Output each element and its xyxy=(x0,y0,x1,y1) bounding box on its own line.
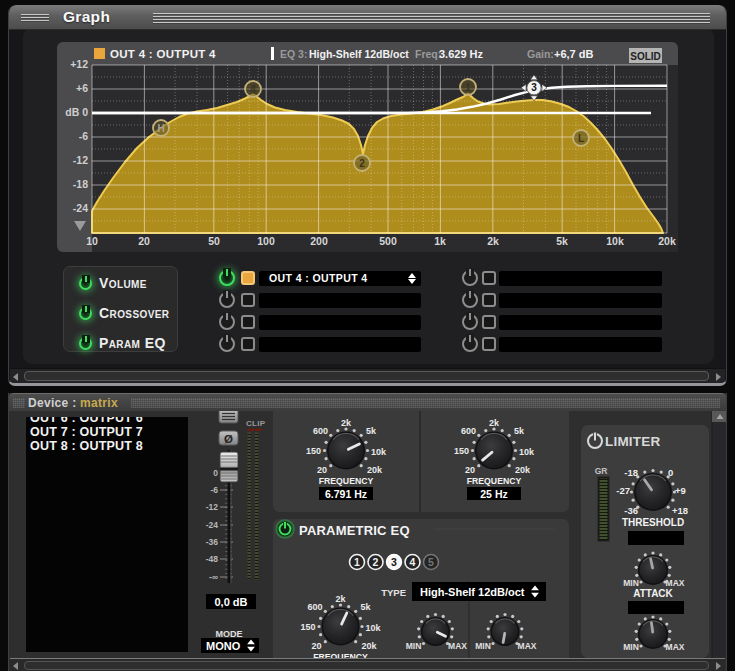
svg-text:2: 2 xyxy=(359,158,365,169)
svg-text:1k: 1k xyxy=(434,235,446,247)
svg-text:CLIP: CLIP xyxy=(246,419,266,428)
svg-text:ATTACK: ATTACK xyxy=(633,588,673,599)
svg-text:High-Shelf 12dB/oct: High-Shelf 12dB/oct xyxy=(420,586,525,598)
svg-text:Freq:: Freq: xyxy=(415,48,441,60)
svg-text:OUT 7 : OUTPUT 7: OUT 7 : OUTPUT 7 xyxy=(30,425,143,439)
svg-text:-18: -18 xyxy=(624,467,638,478)
svg-text:FREQUENCY: FREQUENCY xyxy=(319,476,374,486)
svg-text:20k: 20k xyxy=(658,235,676,247)
svg-text:3: 3 xyxy=(391,556,397,568)
svg-text:-6: -6 xyxy=(79,130,88,142)
svg-text:2: 2 xyxy=(373,556,379,568)
svg-text:dB 0: dB 0 xyxy=(65,106,88,118)
svg-text:2k: 2k xyxy=(489,418,500,428)
svg-text:+9: +9 xyxy=(675,485,686,496)
svg-text:500: 500 xyxy=(379,235,397,247)
svg-text:20k: 20k xyxy=(515,465,531,475)
svg-text:600: 600 xyxy=(307,602,322,612)
svg-text:MIN: MIN xyxy=(623,578,639,588)
svg-text:TYPE: TYPE xyxy=(381,587,406,598)
svg-text:+18: +18 xyxy=(672,505,688,516)
svg-text:FREQUENCY: FREQUENCY xyxy=(467,476,522,486)
svg-text:-27: -27 xyxy=(616,485,630,496)
svg-text:L: L xyxy=(578,133,584,144)
svg-text:H: H xyxy=(157,123,164,134)
svg-text:4: 4 xyxy=(410,556,416,568)
svg-text:Ø: Ø xyxy=(224,433,233,445)
svg-text:THRESHOLD: THRESHOLD xyxy=(622,517,684,528)
svg-text:MAX: MAX xyxy=(666,642,685,652)
svg-text:5k: 5k xyxy=(514,426,525,436)
svg-text:600: 600 xyxy=(313,426,328,436)
svg-text:-48: -48 xyxy=(206,554,219,564)
svg-text:6.791 Hz: 6.791 Hz xyxy=(325,488,367,500)
svg-text:20: 20 xyxy=(465,465,475,475)
svg-text:MONO: MONO xyxy=(206,640,241,652)
svg-text:20k: 20k xyxy=(367,465,383,475)
svg-text:20: 20 xyxy=(138,235,150,247)
svg-text:0: 0 xyxy=(668,467,673,478)
svg-text:MIN: MIN xyxy=(406,641,422,651)
svg-text:OUT 6 : OUTPUT 6: OUT 6 : OUTPUT 6 xyxy=(30,411,143,425)
svg-text:25 Hz: 25 Hz xyxy=(480,488,507,500)
svg-text:MAX: MAX xyxy=(666,578,685,588)
svg-text:-18: -18 xyxy=(73,178,88,190)
svg-text:10k: 10k xyxy=(606,235,624,247)
svg-text:SOLID: SOLID xyxy=(630,51,661,62)
svg-text:2k: 2k xyxy=(487,235,499,247)
svg-text:20: 20 xyxy=(311,641,321,651)
svg-text:+6: +6 xyxy=(76,82,88,94)
svg-text:0,0 dB: 0,0 dB xyxy=(214,596,247,608)
svg-text:2k: 2k xyxy=(335,594,346,604)
svg-text:-12: -12 xyxy=(73,154,88,166)
svg-text:-12: -12 xyxy=(206,502,219,512)
svg-text:-24: -24 xyxy=(73,202,88,214)
svg-text:Gain:: Gain: xyxy=(527,48,554,60)
svg-text:MAX: MAX xyxy=(448,641,467,651)
svg-text:1: 1 xyxy=(354,556,360,568)
svg-text:MIN: MIN xyxy=(475,641,491,651)
svg-text:10k: 10k xyxy=(371,447,387,457)
svg-text:MAX: MAX xyxy=(518,641,537,651)
svg-text:0: 0 xyxy=(213,468,218,478)
svg-text:10: 10 xyxy=(86,235,98,247)
svg-text:5k: 5k xyxy=(366,426,377,436)
svg-text:20: 20 xyxy=(317,465,327,475)
svg-text:+12: +12 xyxy=(70,58,88,70)
svg-text:20k: 20k xyxy=(362,641,378,651)
svg-text:-36: -36 xyxy=(624,505,638,516)
svg-text:-∞: -∞ xyxy=(209,572,218,582)
svg-text:+6,7 dB: +6,7 dB xyxy=(554,48,593,60)
svg-text:-24: -24 xyxy=(206,520,219,530)
svg-text:-6: -6 xyxy=(210,485,218,495)
svg-text:50: 50 xyxy=(208,235,220,247)
svg-text:-36: -36 xyxy=(206,537,219,547)
svg-text:GR: GR xyxy=(595,466,608,476)
svg-text:150: 150 xyxy=(300,622,315,632)
svg-text:100: 100 xyxy=(257,235,275,247)
svg-text:10k: 10k xyxy=(519,447,535,457)
svg-text:150: 150 xyxy=(454,446,469,456)
svg-text:MODE: MODE xyxy=(216,629,243,639)
svg-text:10k: 10k xyxy=(366,623,382,633)
svg-text:5: 5 xyxy=(428,556,434,568)
svg-text:PARAMETRIC EQ: PARAMETRIC EQ xyxy=(299,523,410,538)
svg-text:4: 4 xyxy=(250,84,256,95)
svg-text:3: 3 xyxy=(531,82,537,93)
svg-text:High-Shelf 12dB/oct: High-Shelf 12dB/oct xyxy=(309,48,409,60)
svg-text:MIN: MIN xyxy=(623,642,639,652)
svg-text:200: 200 xyxy=(310,235,328,247)
svg-text:5k: 5k xyxy=(361,602,372,612)
svg-text:1: 1 xyxy=(465,82,471,93)
svg-text:OUT 4 : OUTPUT 4: OUT 4 : OUTPUT 4 xyxy=(110,48,216,60)
svg-text:EQ 3:: EQ 3: xyxy=(280,48,307,60)
svg-text:2k: 2k xyxy=(341,418,352,428)
svg-text:600: 600 xyxy=(461,426,476,436)
svg-text:3.629 Hz: 3.629 Hz xyxy=(439,48,484,60)
svg-text:150: 150 xyxy=(306,446,321,456)
svg-text:OUT 8 : OUTPUT 8: OUT 8 : OUTPUT 8 xyxy=(30,439,143,453)
svg-text:5k: 5k xyxy=(556,235,568,247)
svg-text:LIMITER: LIMITER xyxy=(605,434,660,449)
